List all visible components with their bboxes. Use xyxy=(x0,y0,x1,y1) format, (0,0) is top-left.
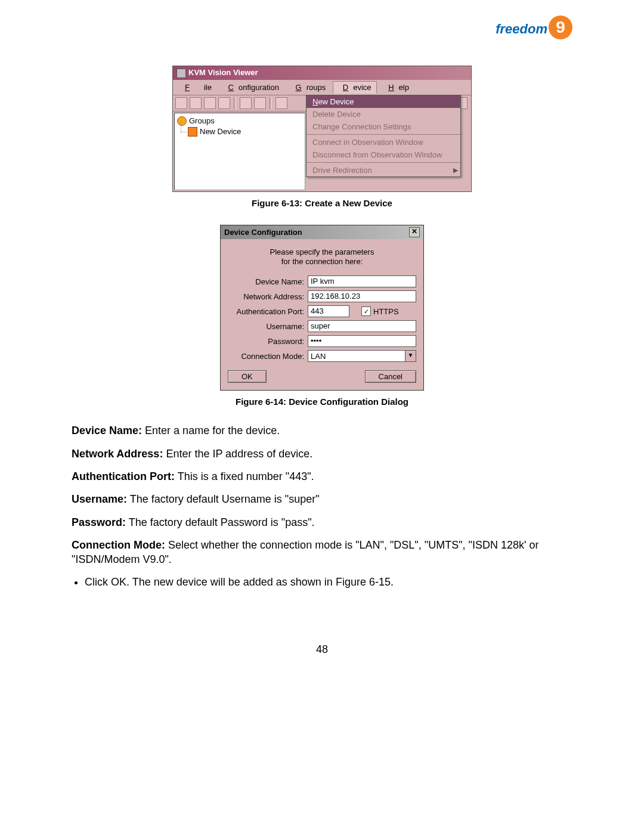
close-button[interactable]: ✕ xyxy=(409,227,420,237)
para-label: Connection Mode: xyxy=(72,539,165,551)
toolbar-separator xyxy=(234,97,236,109)
menu-help[interactable]: Help xyxy=(379,82,414,93)
menu-disconnect-obs[interactable]: Disconnect from Observation Window xyxy=(306,148,460,161)
figure-caption: Figure 6-13: Create a New Device xyxy=(72,198,572,208)
bullet-item: Click OK. The new device will be added a… xyxy=(85,575,572,589)
ok-button[interactable]: OK xyxy=(228,370,267,383)
para-label: Password: xyxy=(72,516,126,528)
toolbar-icon[interactable] xyxy=(175,97,187,109)
kvm-viewer-window: KVM Vision Viewer File Configuration Gro… xyxy=(172,66,472,192)
checkbox-https[interactable]: ✓ xyxy=(361,306,371,316)
toolbar-icon[interactable] xyxy=(254,97,266,109)
device-config-dialog: Device Configuration ✕ Please specify th… xyxy=(220,225,424,391)
tree-root[interactable]: Groups xyxy=(177,116,302,126)
select-conn-mode[interactable]: LAN ▼ xyxy=(308,350,416,362)
menu-device[interactable]: Device xyxy=(333,81,377,94)
toolbar-icon[interactable] xyxy=(275,97,287,109)
para-label: Network Address: xyxy=(72,448,163,460)
dialog-title: Device Configuration xyxy=(224,228,302,237)
toolbar xyxy=(173,95,306,112)
device-menu-panel: New Device Delete Device Change Connecti… xyxy=(306,95,438,191)
para-text: The factory default Password is "pass". xyxy=(126,516,315,528)
input-password[interactable]: •••• xyxy=(308,335,416,347)
label-username: Username: xyxy=(228,322,308,331)
globe-icon xyxy=(177,116,187,126)
toolbar-icon[interactable] xyxy=(240,97,252,109)
input-auth-port[interactable]: 443 xyxy=(308,305,349,317)
body-text: Device Name: Enter a name for the device… xyxy=(72,423,572,589)
label-auth-port: Authentication Port: xyxy=(228,307,308,316)
brand-badge: 9 xyxy=(549,16,572,39)
para-label: Device Name: xyxy=(72,425,142,436)
device-tree: Groups New Device xyxy=(174,113,305,190)
cancel-button[interactable]: Cancel xyxy=(365,370,416,383)
menu-delete-device[interactable]: Delete Device xyxy=(306,108,460,120)
input-network-address[interactable]: 192.168.10.23 xyxy=(308,290,416,302)
toolbar-icon[interactable] xyxy=(204,97,216,109)
menu-change-connection[interactable]: Change Connection Settings xyxy=(306,120,460,133)
toolbar-separator xyxy=(270,97,272,109)
device-dropdown: New Device Delete Device Change Connecti… xyxy=(306,95,461,177)
window-titlebar: KVM Vision Viewer xyxy=(173,66,471,80)
input-username[interactable]: super xyxy=(308,320,416,332)
dialog-titlebar: Device Configuration ✕ xyxy=(221,225,423,239)
brand-logo: freedom9 xyxy=(496,18,572,42)
chevron-down-icon[interactable]: ▼ xyxy=(405,351,416,361)
label-conn-mode: Connection Mode: xyxy=(228,352,308,361)
label-device-name: Device Name: xyxy=(228,277,308,286)
para-label: Username: xyxy=(72,493,127,505)
select-conn-mode-value: LAN xyxy=(308,352,405,361)
tree-child[interactable]: New Device xyxy=(177,126,302,137)
brand-text: freedom xyxy=(496,21,547,36)
submenu-arrow-icon: ▶ xyxy=(453,166,458,174)
device-icon xyxy=(188,127,197,137)
page-number: 48 xyxy=(72,643,572,656)
menu-connect-obs[interactable]: Connect in Observation Window xyxy=(306,134,460,148)
label-network-address: Network Address: xyxy=(228,292,308,301)
menu-configuration[interactable]: Configuration xyxy=(219,82,284,93)
window-title: KVM Vision Viewer xyxy=(188,68,258,77)
para-text: Enter a name for the device. xyxy=(142,425,280,436)
toolbar-icon[interactable] xyxy=(190,97,202,109)
toolbar-icon[interactable] xyxy=(218,97,230,109)
label-https: HTTPS xyxy=(373,307,399,316)
app-icon xyxy=(177,69,186,78)
menu-groups[interactable]: Groups xyxy=(286,82,331,93)
input-device-name[interactable]: IP kvm xyxy=(308,275,416,287)
menu-file[interactable]: File xyxy=(175,82,216,93)
para-label: Authentication Port: xyxy=(72,470,175,482)
para-text: Enter the IP address of device. xyxy=(163,448,312,460)
menubar: File Configuration Groups Device Help xyxy=(173,80,471,95)
label-password: Password: xyxy=(228,337,308,346)
figure-caption: Figure 6-14: Device Configuration Dialog xyxy=(72,397,572,407)
menu-new-device[interactable]: New Device xyxy=(306,95,460,108)
tree-root-label: Groups xyxy=(189,116,215,125)
tree-child-label: New Device xyxy=(200,127,241,136)
para-text: This is a fixed number "443". xyxy=(175,470,314,482)
para-text: The factory default Username is "super" xyxy=(127,493,320,505)
dialog-message: Please specify the parameters for the co… xyxy=(228,247,416,268)
menu-drive-redirection[interactable]: Drive Redirection xyxy=(306,162,460,176)
